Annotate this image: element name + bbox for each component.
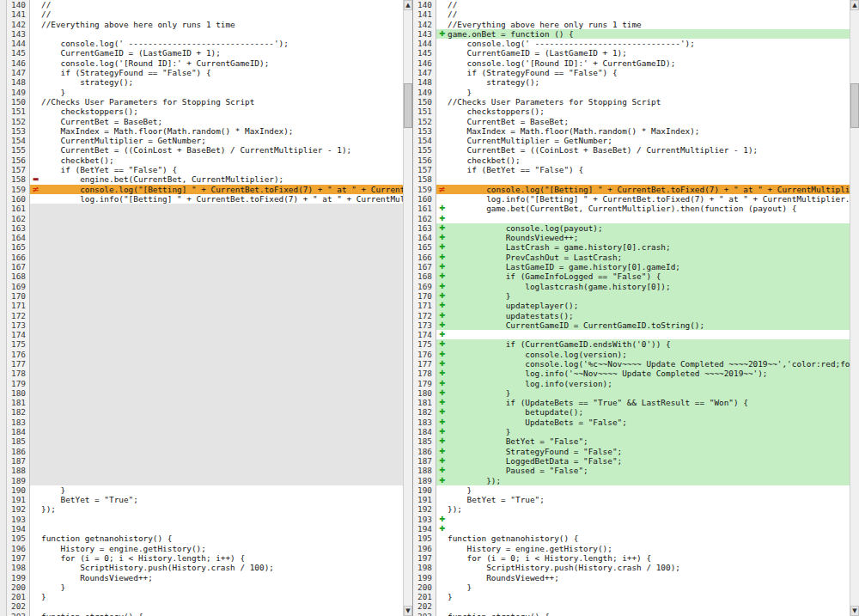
code-line[interactable]: 165✚ LastCrash = game.history[0].crash; xyxy=(413,242,850,252)
code-line[interactable]: 182✚ betupdate(); xyxy=(413,407,850,417)
code-line[interactable]: 155 CurrentBet = ((CoinLost + BaseBet) /… xyxy=(7,145,403,155)
code-line[interactable]: 193✚ xyxy=(413,515,850,524)
code-line[interactable]: 194 xyxy=(7,524,403,534)
code-line[interactable]: 152 CurrentBet = BaseBet; xyxy=(413,117,850,126)
left-vertical-scrollbar[interactable]: ▲ ▼ xyxy=(403,0,412,616)
code-line[interactable]: 153 MaxIndex = Math.floor(Math.random() … xyxy=(413,126,850,136)
code-line[interactable]: 203function strategy() { xyxy=(413,612,850,616)
scroll-down-button[interactable]: ▼ xyxy=(404,606,412,616)
code-line[interactable]: 167 xyxy=(7,262,403,271)
code-line[interactable]: 190 } xyxy=(413,485,850,495)
code-line[interactable]: 194✚ xyxy=(413,524,850,534)
code-line[interactable]: 144 console.log(' ----------------------… xyxy=(413,39,850,48)
code-line[interactable]: 143✚game.onBet = function () { xyxy=(413,29,850,39)
location-pane[interactable] xyxy=(0,0,7,616)
scroll-thumb[interactable] xyxy=(850,83,859,128)
code-line[interactable]: 199 RoundsViewed++; xyxy=(7,573,403,582)
code-line[interactable]: 159≠ console.log("[Betting] " + CurrentB… xyxy=(7,185,403,194)
code-line[interactable]: 189 xyxy=(7,476,403,485)
scroll-down-button[interactable]: ▼ xyxy=(850,606,859,616)
code-line[interactable]: 201} xyxy=(7,592,403,601)
code-line[interactable]: 141// xyxy=(7,9,403,19)
code-line[interactable]: 144 console.log(' ----------------------… xyxy=(7,39,403,48)
code-line[interactable]: 170✚ } xyxy=(413,291,850,301)
code-line[interactable]: 151 checkstoppers(); xyxy=(413,107,850,116)
code-line[interactable]: 180✚ } xyxy=(413,388,850,398)
scroll-track[interactable] xyxy=(404,10,412,606)
code-line[interactable]: 195function getnanohistory() { xyxy=(413,534,850,543)
code-line[interactable]: 174✚ xyxy=(413,330,850,339)
code-line[interactable]: 175✚ if (CurrentGameID.endsWith('0')) { xyxy=(413,339,850,349)
code-line[interactable]: 179 xyxy=(7,379,403,388)
code-line[interactable]: 185✚ BetYet = "False"; xyxy=(413,436,850,446)
code-line[interactable]: 177✚ console.log('%c~~Nov~~~~ Update Com… xyxy=(413,359,850,369)
code-line[interactable]: 186 xyxy=(7,447,403,456)
code-line[interactable]: 181✚ if (UpdateBets == "True" && LastRes… xyxy=(413,398,850,407)
code-line[interactable]: 179✚ log.info(version); xyxy=(413,379,850,388)
code-line[interactable]: 175 xyxy=(7,339,403,349)
code-line[interactable]: 198 ScriptHistory.push(History.crash / 1… xyxy=(7,563,403,572)
code-line[interactable]: 176 xyxy=(7,350,403,359)
code-line[interactable]: 140// xyxy=(7,0,403,9)
code-line[interactable]: 177 xyxy=(7,359,403,369)
code-line[interactable]: 196 History = engine.getHistory(); xyxy=(413,544,850,553)
code-line[interactable]: 147 if (StrategyFound == "False") { xyxy=(7,68,403,77)
scroll-thumb[interactable] xyxy=(404,83,412,128)
code-line[interactable]: 184 xyxy=(7,427,403,436)
code-line[interactable]: 153 MaxIndex = Math.floor(Math.random() … xyxy=(7,126,403,136)
code-line[interactable]: 201} xyxy=(413,592,850,601)
code-line[interactable]: 166 xyxy=(7,253,403,262)
code-line[interactable]: 197 for (i = 0; i < History.length; i++)… xyxy=(413,553,850,563)
code-line[interactable]: 161 xyxy=(7,204,403,213)
code-line[interactable]: 186✚ StrategyFound = "False"; xyxy=(413,447,850,456)
code-line[interactable]: 148 strategy(); xyxy=(413,77,850,87)
code-line[interactable]: 188 xyxy=(7,466,403,475)
code-line[interactable]: 188✚ Paused = "False"; xyxy=(413,466,850,475)
code-line[interactable]: 145 CurrentGameID = (LastGameID + 1); xyxy=(413,48,850,58)
code-line[interactable]: 192}); xyxy=(7,504,403,514)
code-line[interactable]: 149 } xyxy=(7,88,403,97)
code-line[interactable]: 157 if (BetYet == "False") { xyxy=(413,165,850,174)
code-line[interactable]: 167✚ LastGameID = game.history[0].gameId… xyxy=(413,262,850,271)
code-line[interactable]: 145 CurrentGameID = (LastGameID + 1); xyxy=(7,48,403,58)
code-line[interactable]: 154 CurrentMultiplier = GetNumber; xyxy=(7,136,403,145)
code-line[interactable]: 160 log.info("[Betting] " + CurrentBet.t… xyxy=(413,194,850,204)
code-line[interactable]: 146 console.log('[Round ID]:' + CurrentG… xyxy=(413,58,850,68)
code-line[interactable]: 147 if (StrategyFound == "False") { xyxy=(413,68,850,77)
code-line[interactable]: 141// xyxy=(413,9,850,19)
code-line[interactable]: 183 xyxy=(7,418,403,427)
code-line[interactable]: 148 strategy(); xyxy=(7,77,403,87)
code-line[interactable]: 189✚ }); xyxy=(413,476,850,485)
code-line[interactable]: 146 console.log('[Round ID]:' + CurrentG… xyxy=(7,58,403,68)
code-line[interactable]: 173 xyxy=(7,320,403,330)
code-line[interactable]: 163✚ console.log(payout); xyxy=(413,223,850,233)
code-line[interactable]: 187 xyxy=(7,456,403,466)
code-line[interactable]: 165 xyxy=(7,242,403,252)
code-line[interactable]: 172 xyxy=(7,311,403,320)
code-line[interactable]: 142//Everything above here only runs 1 t… xyxy=(413,20,850,29)
code-line[interactable]: 193 xyxy=(7,515,403,524)
code-line[interactable]: 196 History = engine.getHistory(); xyxy=(7,544,403,553)
code-line[interactable]: 156 checkbet(); xyxy=(413,156,850,165)
code-line[interactable]: 178✚ log.info('~~Nov~~~~ Update Complete… xyxy=(413,369,850,378)
code-line[interactable]: 160 log.info("[Betting] " + CurrentBet.t… xyxy=(7,194,403,204)
code-line[interactable]: 169 xyxy=(7,282,403,291)
code-line[interactable]: 158▬ engine.bet(CurrentBet, CurrentMulti… xyxy=(7,174,403,184)
code-line[interactable]: 161✚ game.bet(CurrentBet, CurrentMultipl… xyxy=(413,204,850,213)
code-line[interactable]: 169✚ loglastcrash(game.history[0]); xyxy=(413,282,850,291)
scroll-up-button[interactable]: ▲ xyxy=(850,0,859,10)
code-line[interactable]: 172✚ updatestats(); xyxy=(413,311,850,320)
code-line[interactable]: 173✚ CurrentGameID = CurrentGameID.toStr… xyxy=(413,320,850,330)
code-line[interactable]: 156 checkbet(); xyxy=(7,156,403,165)
code-line[interactable]: 200 } xyxy=(7,582,403,592)
code-line[interactable]: 202 xyxy=(7,601,403,611)
code-line[interactable]: 149 } xyxy=(413,88,850,97)
code-line[interactable]: 142//Everything above here only runs 1 t… xyxy=(7,20,403,29)
code-line[interactable]: 155 CurrentBet = ((CoinLost + BaseBet) /… xyxy=(413,145,850,155)
code-line[interactable]: 171✚ updateplayer(); xyxy=(413,301,850,310)
code-line[interactable]: 152 CurrentBet = BaseBet; xyxy=(7,117,403,126)
right-vertical-scrollbar[interactable]: ▲ ▼ xyxy=(850,0,859,616)
code-line[interactable]: 170 xyxy=(7,291,403,301)
code-line[interactable]: 197 for (i = 0; i < History.length; i++)… xyxy=(7,553,403,563)
left-code-editor[interactable]: 140//141//142//Everything above here onl… xyxy=(7,0,403,616)
